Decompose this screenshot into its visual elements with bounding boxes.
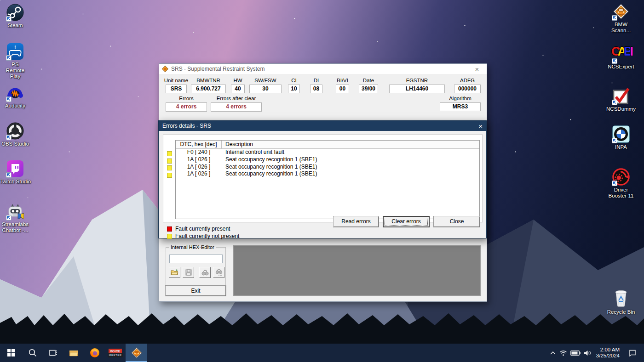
system-tray: 2:00 AM 3/25/2024 — [550, 344, 644, 362]
icon-label: NCSExpert — [608, 64, 634, 70]
field-errors: Errors 4 errors — [166, 96, 207, 112]
field-fgstnr: FGSTNR LH14460 — [389, 78, 445, 93]
column-header-description[interactable]: Description — [222, 141, 479, 148]
column-header-dtc[interactable]: DTC, hex [dec] — [176, 141, 222, 148]
exit-button[interactable]: Exit — [166, 286, 226, 296]
start-button[interactable] — [0, 344, 22, 362]
firefox-button[interactable] — [84, 344, 105, 362]
tray-chevron-icon[interactable] — [550, 351, 556, 355]
hex-content-panel — [233, 245, 481, 296]
desktop-icon-inpa[interactable]: INPA — [602, 125, 640, 150]
taskbar-clock[interactable]: 2:00 AM 3/25/2024 — [594, 347, 621, 359]
desktop-icon-twitch-studio[interactable]: Twitch Studio — [0, 160, 34, 185]
shortcut-arrow-icon — [612, 15, 617, 21]
volume-icon[interactable] — [584, 350, 591, 356]
save-floppy-icon — [185, 269, 192, 276]
main-window-titlebar[interactable]: SRS - Supplemental Restraint System × — [159, 64, 487, 74]
dtc-description: Seat occupancy recognition 1 (SBE1) — [222, 156, 479, 164]
battery-icon[interactable] — [570, 351, 581, 356]
open-file-button[interactable] — [169, 267, 180, 278]
field-value: 6.900.727 — [191, 85, 226, 93]
save-button[interactable] — [183, 267, 194, 278]
icon-label: Streamlabs Chatbot -... — [0, 221, 33, 233]
field-value: 08 — [310, 85, 322, 93]
fault-status-indicator — [167, 173, 172, 178]
desktop-icon-ncs-dummy[interactable]: NCSDummy — [602, 87, 640, 112]
dtc-description: Seat occupancy recognition 1 (SBE1) — [222, 170, 479, 178]
binoculars-next-icon — [215, 269, 223, 276]
icon-label: NCSDummy — [606, 106, 636, 112]
field-label: HW — [233, 78, 242, 85]
desktop-icon-ps-remote-play[interactable]: PS Remote Play — [0, 43, 34, 79]
fault-status-indicator — [167, 165, 172, 170]
binoculars-icon — [201, 270, 209, 276]
bmw-scanner-taskbar-button[interactable] — [126, 344, 147, 362]
close-button[interactable]: Close — [434, 216, 480, 227]
dtc-list-header: DTC, hex [dec] Description — [176, 141, 479, 149]
shortcut-arrow-icon — [6, 172, 12, 178]
find-button[interactable] — [199, 267, 211, 278]
obs-studio-icon — [6, 122, 24, 140]
search-button[interactable] — [22, 344, 43, 362]
field-label: BI/VI — [337, 78, 348, 85]
dtc-row[interactable]: 1A [ 026 ] Seat occupancy recognition 1 … — [176, 164, 479, 171]
action-center-icon — [628, 349, 637, 356]
read-errors-button[interactable]: Read errors — [334, 216, 379, 227]
task-view-icon — [49, 349, 58, 356]
internal-hex-editor-group: Internal HEX-Editor — [166, 247, 226, 286]
main-window-close-icon[interactable]: × — [470, 65, 484, 73]
dialog-titlebar[interactable]: Errors details - SRS × — [159, 121, 486, 131]
action-center-button[interactable] — [625, 349, 640, 356]
field-label: Date — [363, 78, 374, 85]
field-sw-fsw: SW/FSW 30 — [249, 78, 282, 93]
legend-fault-not-present: Fault currently not present — [167, 233, 239, 239]
dtc-row[interactable]: 1A [ 026 ] Seat occupancy recognition 1 … — [176, 170, 479, 178]
file-explorer-button[interactable] — [63, 344, 84, 362]
field-hw: HW 40 — [231, 78, 245, 93]
shortcut-arrow-icon — [612, 181, 617, 186]
driver-booster-icon — [612, 168, 630, 186]
field-errors-after-clear: Errors after clear 4 errors — [211, 96, 262, 112]
shortcut-arrow-icon — [612, 58, 617, 64]
dialog-close-icon[interactable]: × — [471, 122, 483, 130]
desktop-icon-streamlabs-chatbot[interactable]: Streamlabs Chatbot -... — [0, 203, 34, 233]
clear-errors-button[interactable]: Clear errors — [383, 216, 429, 227]
desktop-icon-recycle-bin[interactable]: Recycle Bin — [602, 288, 640, 315]
dtc-description: Seat occupancy recognition 1 (SBE1) — [222, 164, 479, 171]
inpa-icon — [612, 125, 630, 143]
shortcut-arrow-icon — [6, 16, 12, 22]
desktop-icon-driver-booster[interactable]: Driver Booster 11 — [602, 168, 640, 199]
desktop-icon-ncs-expert[interactable]: CABI NCSExpert — [602, 43, 640, 70]
field-value: 10 — [288, 85, 300, 93]
field-value: 39/00 — [359, 85, 378, 93]
wifi-icon[interactable] — [559, 350, 567, 356]
field-adfg: ADFG 000000 — [454, 78, 481, 93]
dtc-list[interactable]: DTC, hex [dec] Description F0 [ 240 ] In… — [175, 140, 480, 219]
icon-label: OBS Studio — [1, 141, 29, 147]
field-value: SRS — [166, 85, 187, 93]
desktop-icon-bmw-scanner[interactable]: BMW Scann... — [602, 3, 640, 34]
algorithm-value: MRS3 — [440, 102, 481, 111]
field-unit-name: Unit name SRS — [166, 78, 187, 93]
task-view-button[interactable] — [43, 344, 63, 362]
field-di: DI 08 — [310, 78, 322, 93]
find-next-button[interactable] — [213, 267, 224, 278]
desktop-icon-steam[interactable]: Steam — [0, 4, 34, 28]
hex-editor-input[interactable] — [169, 255, 223, 263]
voicemeeter-button[interactable]: VOICE MEETER — [105, 344, 126, 362]
desktop-icon-obs-studio[interactable]: OBS Studio — [0, 122, 34, 147]
search-icon — [29, 349, 37, 357]
dialog-title: Errors details - SRS — [162, 123, 471, 129]
dtc-row[interactable]: F0 [ 240 ] Internal control unit fault — [176, 149, 479, 156]
taskbar: VOICE MEETER — [0, 344, 644, 362]
main-window-title: SRS - Supplemental Restraint System — [171, 66, 470, 72]
field-label: Unit name — [164, 78, 188, 85]
bmw-scanner-icon — [131, 347, 143, 359]
field-label: SW/FSW — [254, 78, 276, 85]
twitch-studio-icon — [6, 160, 24, 177]
field-value: LH14460 — [389, 85, 445, 93]
dtc-row[interactable]: 1A [ 026 ] Seat occupancy recognition 1 … — [176, 156, 479, 164]
shortcut-arrow-icon — [612, 100, 617, 105]
steam-icon — [6, 4, 24, 21]
desktop-icon-audacity[interactable]: Audacity — [0, 84, 34, 109]
